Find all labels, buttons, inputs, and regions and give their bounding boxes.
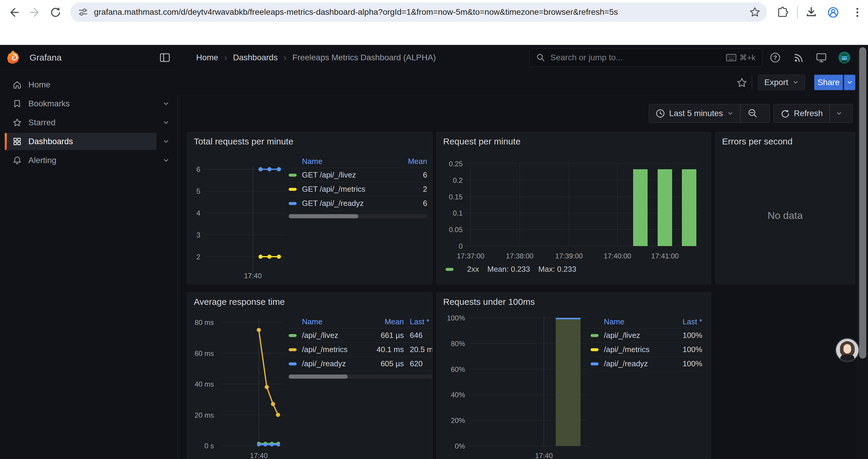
grafana-logo[interactable] — [7, 50, 20, 64]
svg-text:20%: 20% — [451, 417, 465, 424]
panel-title[interactable]: Total requests per minute — [194, 136, 293, 146]
refresh-interval-dropdown[interactable] — [830, 104, 848, 123]
table-scrollbar-thumb[interactable] — [289, 374, 348, 379]
breadcrumb-home[interactable]: Home — [196, 53, 218, 62]
refresh-button[interactable]: Refresh — [774, 104, 829, 123]
avatar-body — [840, 355, 855, 361]
page-scrollbar-thumb[interactable] — [859, 47, 866, 359]
series-name: /api/_/livez — [302, 331, 366, 340]
table-scrollbar[interactable] — [289, 374, 433, 379]
svg-text:0.15: 0.15 — [449, 193, 463, 201]
series-color-chip — [591, 334, 598, 337]
sidebar-expand-starred[interactable] — [161, 114, 172, 131]
panel-title[interactable]: Requests under 100ms — [443, 297, 535, 307]
legend-table-row[interactable]: GET /api/_/metrics2 — [289, 182, 427, 196]
share-dropdown-button[interactable] — [843, 75, 855, 90]
series-name: GET /api/_/metrics — [302, 185, 404, 194]
download-icon[interactable] — [804, 5, 818, 20]
panel-title[interactable]: Request per minute — [443, 136, 521, 146]
breadcrumb-current: Freeleaps Metrics Dashboard (ALPHA) — [292, 53, 436, 62]
sidebar-item-starred[interactable]: Starred — [5, 114, 157, 131]
panel-request-per-minute: Request per minute 0.250.20.150.10.05017… — [436, 132, 711, 285]
svg-text:3: 3 — [196, 231, 200, 239]
share-button[interactable]: Share — [814, 75, 843, 90]
page-scrollbar[interactable] — [857, 45, 868, 459]
chart-canvas[interactable]: 0.250.20.150.10.05017:37:0017:38:0017:39… — [437, 132, 711, 285]
legend-table-row[interactable]: /api/_/metrics40.1 ms20.5 ms — [289, 342, 433, 357]
table-scrollbar-thumb[interactable] — [289, 214, 359, 218]
series-name: GET /api/_/readyz — [302, 199, 404, 208]
favorite-star-icon[interactable] — [736, 77, 747, 88]
forward-icon[interactable] — [28, 5, 42, 20]
search-box[interactable]: ⌘+k — [529, 48, 762, 67]
svg-text:5: 5 — [196, 187, 200, 195]
panel-title[interactable]: Average response time — [194, 297, 285, 307]
svg-text:17:40: 17:40 — [244, 272, 262, 280]
sidebar-item-dashboards[interactable]: Dashboards — [5, 133, 157, 150]
sidebar-item-bookmarks[interactable]: Bookmarks — [5, 95, 157, 112]
reload-icon[interactable] — [49, 5, 63, 20]
keyboard-icon — [726, 54, 737, 62]
series-last: 100% — [670, 345, 702, 354]
series-name: /api/_/readyz — [302, 359, 366, 368]
series-name: /api/_/livez — [604, 331, 670, 340]
time-range-picker[interactable]: Last 5 minutes — [649, 104, 740, 123]
url-bar[interactable]: grafana.mathmast.com/d/deytv4rwavabkb/fr… — [70, 2, 767, 22]
legend-table-row[interactable]: /api/_/metrics100% — [591, 342, 702, 357]
export-button[interactable]: Export — [758, 75, 805, 90]
breadcrumb-dashboards[interactable]: Dashboards — [233, 53, 278, 62]
monitor-icon[interactable] — [814, 45, 829, 70]
zoom-out-button[interactable] — [741, 104, 765, 123]
menu-kebab-icon[interactable] — [850, 5, 864, 20]
site-settings-icon[interactable] — [78, 7, 88, 17]
legend-table: NameMeanGET /api/_/livez6GET /api/_/metr… — [289, 155, 427, 218]
sidebar-item-label: Home — [28, 80, 51, 90]
actions-divider — [752, 76, 752, 89]
user-avatar[interactable] — [837, 45, 851, 70]
column-header[interactable]: Last * — [404, 317, 433, 326]
chart-legend[interactable]: 2xx Mean: 0.233 Max: 0.233 — [445, 265, 577, 274]
sidebar-expand-alerting[interactable] — [161, 152, 172, 169]
sidebar-expand-dashboards[interactable] — [161, 133, 172, 150]
brand-name[interactable]: Grafana — [30, 45, 61, 70]
floating-avatar[interactable] — [836, 339, 859, 361]
legend-table-row[interactable]: GET /api/_/readyz6 — [289, 196, 427, 210]
search-input[interactable] — [550, 53, 721, 63]
rss-icon[interactable] — [792, 45, 806, 70]
sidebar-item-home[interactable]: Home — [5, 76, 157, 93]
search-shortcut: ⌘+k — [726, 53, 755, 62]
legend-table-row[interactable]: /api/_/readyz100% — [591, 357, 702, 371]
bookmark-star-icon[interactable] — [749, 6, 761, 18]
help-icon[interactable]: ? — [768, 45, 782, 70]
series-last: 620 — [404, 359, 433, 368]
chevron-down-icon — [793, 79, 799, 86]
svg-text:0 s: 0 s — [205, 442, 214, 450]
legend-table-row[interactable]: /api/_/livez661 µs646 — [289, 328, 433, 342]
legend-table-row[interactable]: /api/_/readyz605 µs620 — [289, 357, 433, 371]
extensions-icon[interactable] — [775, 5, 789, 20]
panel-title[interactable]: Errors per second — [722, 136, 793, 146]
column-header[interactable]: Mean — [366, 317, 404, 326]
breadcrumb-separator: › — [224, 53, 227, 63]
svg-text:6: 6 — [196, 165, 200, 173]
column-header[interactable]: Name — [302, 157, 404, 166]
search-icon — [536, 53, 545, 62]
sidebar-expand-bookmarks[interactable] — [161, 95, 172, 112]
svg-text:4: 4 — [196, 209, 200, 217]
sidebar-item-alerting[interactable]: Alerting — [5, 152, 157, 169]
url-text[interactable]: grafana.mathmast.com/d/deytv4rwavabkb/fr… — [94, 7, 743, 17]
column-header[interactable]: Mean — [404, 157, 427, 166]
legend-table-row[interactable]: GET /api/_/livez6 — [289, 168, 427, 182]
column-header[interactable]: Last * — [670, 317, 702, 326]
table-scrollbar[interactable] — [289, 214, 427, 218]
column-header[interactable]: Name — [604, 317, 670, 326]
column-header[interactable]: Name — [302, 317, 366, 326]
series-color-chip — [289, 334, 297, 337]
profile-icon[interactable] — [826, 5, 840, 20]
back-icon[interactable] — [7, 5, 21, 20]
mega-menu-toggle-icon[interactable] — [159, 53, 170, 63]
series-last: 20.5 ms — [404, 345, 433, 354]
legend-table-row[interactable]: /api/_/livez100% — [591, 328, 702, 342]
panel-total-requests: Total requests per minute 6543217:40 Nam… — [187, 132, 433, 285]
panel-average-response-time: Average response time 80 ms60 ms40 ms20 … — [187, 292, 433, 459]
